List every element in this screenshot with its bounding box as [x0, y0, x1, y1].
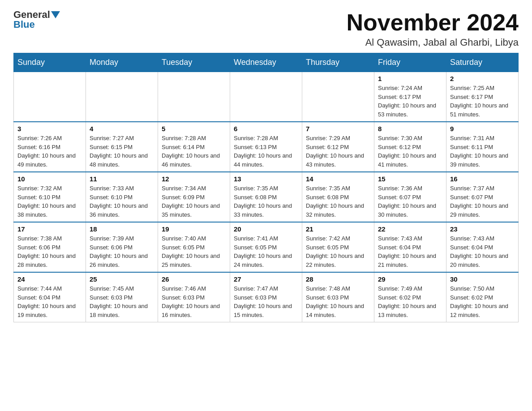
calendar-cell: 29Sunrise: 7:49 AM Sunset: 6:02 PM Dayli…	[374, 272, 446, 322]
day-number: 12	[162, 175, 226, 183]
title-section: November 2024 Al Qawasim, Jabal al Gharb…	[347, 9, 519, 48]
day-info: Sunrise: 7:40 AM Sunset: 6:05 PM Dayligh…	[162, 234, 226, 269]
calendar-cell: 14Sunrise: 7:35 AM Sunset: 6:08 PM Dayli…	[302, 172, 374, 222]
day-info: Sunrise: 7:28 AM Sunset: 6:13 PM Dayligh…	[234, 134, 298, 169]
calendar-cell: 19Sunrise: 7:40 AM Sunset: 6:05 PM Dayli…	[158, 222, 230, 272]
day-number: 25	[90, 275, 154, 283]
day-number: 1	[378, 75, 442, 82]
day-info: Sunrise: 7:29 AM Sunset: 6:12 PM Dayligh…	[306, 134, 370, 169]
day-number: 24	[17, 275, 82, 283]
weekday-header-friday: Friday	[374, 53, 446, 72]
calendar-cell: 8Sunrise: 7:30 AM Sunset: 6:12 PM Daylig…	[374, 122, 446, 172]
day-number: 29	[378, 275, 442, 283]
weekday-header-thursday: Thursday	[302, 53, 374, 72]
calendar-cell: 20Sunrise: 7:41 AM Sunset: 6:05 PM Dayli…	[230, 222, 302, 272]
calendar-cell: 4Sunrise: 7:27 AM Sunset: 6:15 PM Daylig…	[86, 122, 158, 172]
day-info: Sunrise: 7:44 AM Sunset: 6:04 PM Dayligh…	[17, 284, 82, 319]
calendar-cell: 23Sunrise: 7:43 AM Sunset: 6:04 PM Dayli…	[446, 222, 519, 272]
day-number: 14	[306, 175, 370, 183]
day-info: Sunrise: 7:34 AM Sunset: 6:09 PM Dayligh…	[162, 184, 226, 219]
day-info: Sunrise: 7:35 AM Sunset: 6:08 PM Dayligh…	[306, 184, 370, 219]
calendar-cell: 2Sunrise: 7:25 AM Sunset: 6:17 PM Daylig…	[446, 72, 519, 122]
day-number: 15	[378, 175, 442, 183]
day-info: Sunrise: 7:32 AM Sunset: 6:10 PM Dayligh…	[17, 184, 82, 219]
day-info: Sunrise: 7:48 AM Sunset: 6:03 PM Dayligh…	[306, 284, 370, 319]
weekday-header-saturday: Saturday	[446, 53, 519, 72]
day-info: Sunrise: 7:49 AM Sunset: 6:02 PM Dayligh…	[378, 284, 442, 319]
calendar-cell	[158, 72, 230, 122]
day-info: Sunrise: 7:37 AM Sunset: 6:07 PM Dayligh…	[450, 184, 515, 219]
day-info: Sunrise: 7:43 AM Sunset: 6:04 PM Dayligh…	[450, 234, 515, 269]
logo-arrow-icon	[51, 11, 60, 18]
logo: General Blue	[13, 9, 60, 30]
day-number: 3	[17, 125, 82, 133]
day-number: 23	[450, 225, 515, 233]
calendar-cell: 5Sunrise: 7:28 AM Sunset: 6:14 PM Daylig…	[158, 122, 230, 172]
weekday-header-tuesday: Tuesday	[158, 53, 230, 72]
day-number: 11	[90, 175, 154, 183]
day-number: 22	[378, 225, 442, 233]
day-number: 5	[162, 125, 226, 133]
day-info: Sunrise: 7:33 AM Sunset: 6:10 PM Dayligh…	[90, 184, 154, 219]
day-info: Sunrise: 7:30 AM Sunset: 6:12 PM Dayligh…	[378, 134, 442, 169]
calendar-table: SundayMondayTuesdayWednesdayThursdayFrid…	[13, 53, 519, 322]
day-number: 4	[90, 125, 154, 133]
calendar-cell: 26Sunrise: 7:46 AM Sunset: 6:03 PM Dayli…	[158, 272, 230, 322]
calendar-cell: 1Sunrise: 7:24 AM Sunset: 6:17 PM Daylig…	[374, 72, 446, 122]
day-info: Sunrise: 7:38 AM Sunset: 6:06 PM Dayligh…	[17, 234, 82, 269]
calendar-cell: 3Sunrise: 7:26 AM Sunset: 6:16 PM Daylig…	[14, 122, 86, 172]
day-info: Sunrise: 7:25 AM Sunset: 6:17 PM Dayligh…	[450, 84, 515, 119]
day-number: 18	[90, 225, 154, 233]
day-info: Sunrise: 7:43 AM Sunset: 6:04 PM Dayligh…	[378, 234, 442, 269]
calendar-cell: 11Sunrise: 7:33 AM Sunset: 6:10 PM Dayli…	[86, 172, 158, 222]
weekday-header-sunday: Sunday	[14, 53, 86, 72]
day-info: Sunrise: 7:45 AM Sunset: 6:03 PM Dayligh…	[90, 284, 154, 319]
calendar-cell: 13Sunrise: 7:35 AM Sunset: 6:08 PM Dayli…	[230, 172, 302, 222]
day-number: 8	[378, 125, 442, 133]
day-info: Sunrise: 7:31 AM Sunset: 6:11 PM Dayligh…	[450, 134, 515, 169]
day-number: 17	[17, 225, 82, 233]
calendar-cell: 28Sunrise: 7:48 AM Sunset: 6:03 PM Dayli…	[302, 272, 374, 322]
calendar-cell	[302, 72, 374, 122]
day-number: 10	[17, 175, 82, 183]
page-header: General Blue November 2024 Al Qawasim, J…	[13, 9, 519, 48]
day-number: 19	[162, 225, 226, 233]
calendar-cell	[86, 72, 158, 122]
weekday-header-monday: Monday	[86, 53, 158, 72]
day-info: Sunrise: 7:28 AM Sunset: 6:14 PM Dayligh…	[162, 134, 226, 169]
day-info: Sunrise: 7:24 AM Sunset: 6:17 PM Dayligh…	[378, 84, 442, 119]
calendar-cell: 12Sunrise: 7:34 AM Sunset: 6:09 PM Dayli…	[158, 172, 230, 222]
calendar-cell: 25Sunrise: 7:45 AM Sunset: 6:03 PM Dayli…	[86, 272, 158, 322]
day-info: Sunrise: 7:41 AM Sunset: 6:05 PM Dayligh…	[234, 234, 298, 269]
calendar-cell: 9Sunrise: 7:31 AM Sunset: 6:11 PM Daylig…	[446, 122, 519, 172]
day-number: 26	[162, 275, 226, 283]
day-number: 9	[450, 125, 515, 133]
calendar-week-row: 1Sunrise: 7:24 AM Sunset: 6:17 PM Daylig…	[14, 72, 519, 122]
calendar-cell: 30Sunrise: 7:50 AM Sunset: 6:02 PM Dayli…	[446, 272, 519, 322]
calendar-cell: 7Sunrise: 7:29 AM Sunset: 6:12 PM Daylig…	[302, 122, 374, 172]
day-number: 6	[234, 125, 298, 133]
day-number: 21	[306, 225, 370, 233]
calendar-week-row: 3Sunrise: 7:26 AM Sunset: 6:16 PM Daylig…	[14, 122, 519, 172]
calendar-week-row: 17Sunrise: 7:38 AM Sunset: 6:06 PM Dayli…	[14, 222, 519, 272]
calendar-cell: 18Sunrise: 7:39 AM Sunset: 6:06 PM Dayli…	[86, 222, 158, 272]
day-number: 27	[234, 275, 298, 283]
day-number: 30	[450, 275, 515, 283]
day-info: Sunrise: 7:26 AM Sunset: 6:16 PM Dayligh…	[17, 134, 82, 169]
day-info: Sunrise: 7:36 AM Sunset: 6:07 PM Dayligh…	[378, 184, 442, 219]
day-number: 13	[234, 175, 298, 183]
calendar-cell: 17Sunrise: 7:38 AM Sunset: 6:06 PM Dayli…	[14, 222, 86, 272]
day-number: 28	[306, 275, 370, 283]
logo-blue-text: Blue	[13, 19, 35, 30]
day-info: Sunrise: 7:42 AM Sunset: 6:05 PM Dayligh…	[306, 234, 370, 269]
day-number: 20	[234, 225, 298, 233]
calendar-cell: 15Sunrise: 7:36 AM Sunset: 6:07 PM Dayli…	[374, 172, 446, 222]
calendar-cell: 10Sunrise: 7:32 AM Sunset: 6:10 PM Dayli…	[14, 172, 86, 222]
calendar-cell	[230, 72, 302, 122]
day-info: Sunrise: 7:39 AM Sunset: 6:06 PM Dayligh…	[90, 234, 154, 269]
day-number: 2	[450, 75, 515, 82]
calendar-cell: 6Sunrise: 7:28 AM Sunset: 6:13 PM Daylig…	[230, 122, 302, 172]
calendar-cell: 22Sunrise: 7:43 AM Sunset: 6:04 PM Dayli…	[374, 222, 446, 272]
day-info: Sunrise: 7:35 AM Sunset: 6:08 PM Dayligh…	[234, 184, 298, 219]
day-number: 7	[306, 125, 370, 133]
